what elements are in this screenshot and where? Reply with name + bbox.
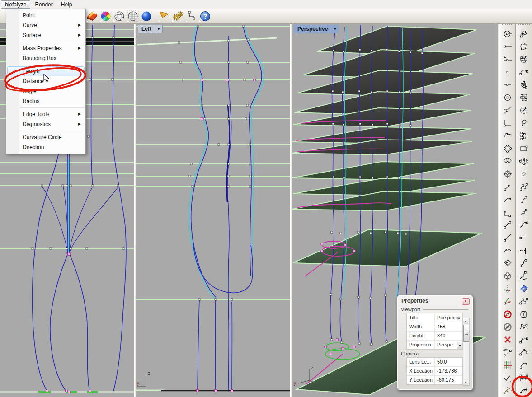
segment-two-icon[interactable] [516,193,532,206]
property-row-lens-le-[interactable]: Lens Le...50.0 [407,358,462,367]
arc-points-icon[interactable] [516,346,532,359]
menu-item-curve[interactable]: Curve▶ [7,20,85,30]
circle-center-point-icon[interactable] [500,91,515,104]
delete-x-icon[interactable] [500,333,515,346]
property-value[interactable]: -60.175 [435,376,462,384]
menu-item-bounding-box[interactable]: Bounding Box [7,53,85,63]
patch-quad-icon[interactable] [500,257,515,270]
curve-point-icon[interactable] [500,244,515,257]
property-row-title[interactable]: TitlePerspective [407,313,462,322]
menu-bar-item-help[interactable]: Help [57,1,76,8]
dashed-tee-icon[interactable] [516,244,532,257]
perp-corner-icon[interactable] [500,117,515,129]
spiral-points-icon[interactable] [516,79,532,91]
s-curve-icon[interactable] [516,257,532,270]
property-row-y-location[interactable]: Y Location-60.175 [407,376,462,384]
menu-item-angle[interactable]: Angle [7,86,85,96]
menu-item-edge-tools[interactable]: Edge Tools▶ [7,109,85,119]
viewport-tab-label[interactable]: Left [138,25,155,33]
circle-point-icon[interactable] [500,28,515,40]
zigzag-points-icon[interactable] [516,295,532,308]
disable-gray-icon[interactable] [500,321,515,333]
menu-item-radius[interactable]: Radius [7,96,85,106]
angle-45-icon[interactable]: 45° [500,346,515,359]
points-on-line-icon[interactable] [500,53,515,65]
toolbar-grip[interactable] [502,24,513,28]
diagonal-line-icon[interactable] [500,231,515,244]
property-value[interactable]: 840 [435,332,462,340]
close-icon[interactable]: x [462,298,470,305]
arc-tangent-icon[interactable] [500,130,515,142]
menu-item-diagnostics[interactable]: Diagnostics▶ [7,119,85,129]
menu-bar-item-hiefalyze[interactable]: hiefalyze [1,0,30,9]
properties-scrollbar[interactable]: ▲ ▼ [463,318,470,386]
arc-arrow-end-icon[interactable] [516,359,532,371]
property-value[interactable]: -173.736 [435,367,462,375]
property-value[interactable]: 50.0 [435,358,462,366]
curve-open-icon[interactable] [516,28,532,40]
menu-item-curvature-circle[interactable]: Curvature Circle [7,132,85,142]
property-row-height[interactable]: Height840 [407,332,462,341]
mesh-sphere-icon[interactable] [127,10,139,23]
toolbar-grip[interactable] [518,24,530,28]
check-dots-icon[interactable] [500,371,515,384]
polyline-points-icon[interactable] [516,180,532,193]
property-value[interactable]: Perspective [435,313,462,322]
menu-item-point[interactable]: Point [7,10,85,20]
grid-axes-icon[interactable] [500,359,515,371]
arc-arrow-icon[interactable] [500,193,515,206]
property-value[interactable]: Perspe...▼ [435,341,462,349]
scroll-up-icon[interactable]: ▲ [463,318,468,324]
property-value[interactable]: 458 [435,322,462,331]
curve-length-icon[interactable] [516,384,532,397]
property-row-width[interactable]: Width458 [407,322,462,332]
tangent-loops-icon[interactable] [500,155,515,168]
line-handle-icon[interactable] [516,206,532,219]
sphere-grid-icon[interactable] [516,91,532,104]
sphere-diagonal-icon[interactable] [516,104,532,117]
patch-blue-icon[interactable] [516,282,532,295]
rectangle-point-icon[interactable] [516,142,532,155]
analyze-wedge-icon[interactable] [86,10,99,23]
dashed-line-icon[interactable] [516,231,532,244]
segment-points-icon[interactable] [500,219,515,231]
menu-item-surface[interactable]: Surface▶ [7,30,85,40]
midpoint-icon[interactable] [500,79,515,91]
curve-handle-icon[interactable] [516,219,532,231]
cylinder-rings-icon[interactable] [516,308,532,320]
menu-item-distance[interactable]: Distance [7,76,85,86]
settings-gears-icon[interactable] [172,10,184,23]
cross-line-icon[interactable] [500,104,515,117]
axis-dotted-icon[interactable] [500,282,515,295]
help-icon[interactable]: ? [199,10,212,23]
disable-red-icon[interactable] [500,308,515,320]
circle-4points-icon[interactable] [500,142,515,155]
point-on-line-icon[interactable] [500,40,515,53]
circle-crosshair-icon[interactable] [500,168,515,180]
properties-panel[interactable]: Properties x ViewportTitlePerspectiveWid… [397,295,473,390]
property-row-projection[interactable]: ProjectionPerspe...▼ [407,341,462,349]
pencil-dots-icon[interactable] [500,384,515,397]
property-row-x-location[interactable]: X Location-173.736 [407,367,462,376]
menu-item-mass-properties[interactable]: Mass Properties▶ [7,43,85,53]
viewport-tab-left[interactable]: Left ▼ [138,25,163,33]
color-wheel-icon[interactable] [99,10,112,23]
trapezoid-plus-icon[interactable] [516,321,532,333]
menu-item-direction[interactable]: Direction [7,142,85,152]
box-solid-icon[interactable] [500,270,515,282]
viewport-tab-perspective[interactable]: Perspective ▼ [294,25,339,33]
ellipse-points-icon[interactable] [516,155,532,168]
dropdown-icon[interactable]: ▼ [457,342,462,349]
single-point-icon[interactable] [500,66,515,79]
curve-closed-icon[interactable] [516,40,532,53]
arc-handle-icon[interactable] [516,66,532,79]
angle-axes-icon[interactable] [500,295,515,308]
arrow-ne-icon[interactable] [500,180,515,193]
shaded-sphere-icon[interactable] [140,10,153,23]
axis-up-icon[interactable] [500,206,515,219]
scroll-down-icon[interactable]: ▼ [463,380,468,385]
dimension-tool-icon[interactable] [185,10,198,23]
cone-pointer-icon[interactable] [158,10,171,23]
k-curve-icon[interactable] [516,130,532,142]
sketch-curve-icon[interactable] [516,270,532,282]
